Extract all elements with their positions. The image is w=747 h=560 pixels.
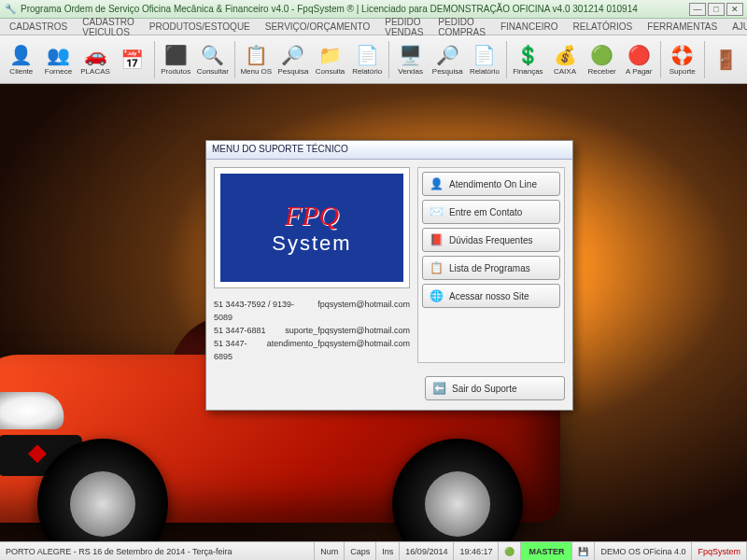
toolbar-suporte[interactable]: 🛟Suporte (665, 38, 700, 81)
toolbar-label: Receber (588, 67, 616, 76)
toolbar-label: CAIXA (554, 67, 576, 76)
support-dialog: MENU DO SUPORTE TÉCNICO FPQ System 51 34… (205, 140, 573, 411)
status-led-icon: 🟢 (499, 542, 521, 560)
support-btn-1[interactable]: ✉️Entre em Contato (422, 200, 560, 224)
menu-item-6[interactable]: FINANCEIRO (495, 20, 564, 34)
support-btn-4[interactable]: 🌐Acessar nosso Site (422, 284, 560, 308)
support-btn-3[interactable]: 📋Lista de Programas (422, 256, 560, 280)
toolbar-icon: 🔎 (280, 43, 306, 67)
toolbar-menu os[interactable]: 📋Menu OS (238, 38, 274, 81)
toolbar-consulta[interactable]: 📁Consulta (313, 38, 348, 81)
toolbar-relatório[interactable]: 📄Relatório (467, 38, 502, 81)
menu-item-9[interactable]: AJUDA (726, 20, 747, 34)
toolbar-icon: 📄 (354, 43, 380, 67)
status-location: PORTO ALEGRE - RS 16 de Setembro de 2014… (0, 542, 315, 560)
toolbar-produtos[interactable]: ⬛Produtos (158, 38, 193, 81)
toolbar-pesquisa[interactable]: 🔎Pesquisa (430, 38, 465, 81)
logo-text-system: System (272, 231, 351, 256)
toolbar-fornece[interactable]: 👥Fornece (41, 38, 77, 81)
toolbar-label: Produtos (161, 67, 190, 76)
menu-bar: CADASTROSCADASTRO VEICULOSPRODUTOS/ESTOQ… (0, 19, 747, 35)
menu-item-1[interactable]: CADASTRO VEICULOS (77, 15, 140, 39)
menu-item-2[interactable]: PRODUTOS/ESTOQUE (144, 20, 256, 34)
toolbar-caixa[interactable]: 💰CAIXA (547, 38, 583, 81)
toolbar-pesquisa[interactable]: 🔎Pesquisa (275, 38, 311, 81)
toolbar-icon: 🟢 (589, 43, 615, 67)
toolbar-icon: 🔴 (626, 43, 652, 67)
exit-support-label: Sair do Suporte (452, 384, 517, 394)
logo-text-fpq: FPQ (285, 200, 339, 231)
toolbar-btn3[interactable]: 📅 (115, 38, 150, 81)
toolbar-consultar[interactable]: 🔍Consultar (195, 38, 231, 81)
status-caps: Caps (345, 542, 376, 560)
status-db: DEMO OS OFicina 4.0 (595, 542, 692, 560)
toolbar-label: PLACAS (80, 67, 110, 76)
toolbar-icon: 📄 (472, 43, 498, 67)
toolbar-vendas[interactable]: 🖥️Vendas (393, 38, 429, 81)
status-user: MASTER (521, 542, 572, 560)
close-button[interactable]: ✕ (726, 3, 743, 16)
toolbar-label: Fornece (45, 67, 72, 76)
toolbar-cliente[interactable]: 👤Cliente (4, 38, 39, 81)
toolbar-icon: 🖥️ (398, 43, 424, 67)
toolbar-finanças[interactable]: 💲Finanças (511, 38, 546, 81)
exit-support-button[interactable]: ⬅️ Sair do Suporte (425, 376, 565, 400)
toolbar-separator (660, 41, 661, 78)
status-ins: Ins (376, 542, 400, 560)
menu-item-5[interactable]: PEDIDO COMPRAS (432, 15, 491, 39)
contact-email: suporte_fpqsystem@hotmail.com (285, 324, 410, 337)
toolbar-placas[interactable]: 🚗PLACAS (78, 38, 113, 81)
toolbar-receber[interactable]: 🟢Receber (585, 38, 620, 81)
status-brand: FpqSystem (692, 542, 747, 560)
support-btn-icon: 📕 (429, 232, 444, 247)
toolbar-icon: ⬛ (162, 43, 189, 67)
window-title: Programa Ordem de Serviço Oficina Mecâni… (21, 4, 638, 14)
menu-item-3[interactable]: SERVIÇO/ORÇAMENTO (260, 20, 375, 34)
menu-item-8[interactable]: FERRAMENTAS (641, 20, 723, 34)
maximize-button[interactable]: □ (708, 3, 725, 16)
support-btn-label: Dúvidas Frequentes (449, 235, 533, 245)
status-date: 16/09/2014 (400, 542, 454, 560)
support-btn-2[interactable]: 📕Dúvidas Frequentes (422, 228, 560, 252)
dialog-title: MENU DO SUPORTE TÉCNICO (206, 141, 572, 160)
contact-phone: 51 3447-6895 (214, 337, 260, 363)
workspace-background: ◆ MENU DO SUPORTE TÉCNICO FPQ System 51 … (0, 84, 747, 541)
support-btn-icon: 👤 (429, 176, 444, 191)
toolbar-separator (704, 41, 705, 78)
toolbar-btn18[interactable]: 🚪 (708, 38, 743, 81)
toolbar-label: Relatório (352, 67, 382, 76)
toolbar-icon: 🚗 (82, 43, 108, 67)
support-btn-label: Entre em Contato (449, 207, 522, 217)
menu-item-4[interactable]: PEDIDO VENDAS (379, 15, 429, 39)
menu-item-7[interactable]: RELATÓRIOS (568, 20, 639, 34)
support-btn-icon: 🌐 (429, 288, 444, 303)
toolbar-label: Consulta (316, 67, 345, 76)
contact-list: 51 3443-7592 / 9139-5089fpqsystem@hotmai… (214, 298, 410, 363)
toolbar-label: Suporte (669, 67, 696, 76)
support-button-panel: 👤Atendimento On Line✉️Entre em Contato📕D… (417, 167, 565, 363)
contact-row: 51 3447-6895atendimento_fpqsystem@hotmai… (214, 337, 410, 363)
toolbar-relatório[interactable]: 📄Relatório (349, 38, 385, 81)
logo-box: FPQ System (214, 167, 410, 288)
contact-row: 51 3447-6881suporte_fpqsystem@hotmail.co… (214, 324, 410, 337)
support-btn-icon: 📋 (429, 260, 444, 275)
contact-phone: 51 3443-7592 / 9139-5089 (214, 298, 310, 324)
minimize-button[interactable]: — (689, 3, 706, 16)
toolbar-icon: 👥 (45, 43, 71, 67)
toolbar-label: Menu OS (240, 67, 272, 76)
menu-item-0[interactable]: CADASTROS (4, 20, 73, 34)
support-btn-0[interactable]: 👤Atendimento On Line (422, 172, 560, 196)
toolbar-icon: 🚪 (712, 48, 739, 72)
toolbar-separator (506, 41, 507, 78)
toolbar-icon: 📋 (243, 43, 269, 67)
toolbar-icon: 📅 (120, 48, 146, 72)
toolbar-separator (234, 41, 235, 78)
contact-email: fpqsystem@hotmail.com (317, 298, 410, 324)
exit-icon: ⬅️ (431, 381, 446, 396)
toolbar-icon: 👤 (8, 43, 35, 67)
status-time: 19:46:17 (454, 542, 499, 560)
status-bar: PORTO ALEGRE - RS 16 de Setembro de 2014… (0, 541, 747, 560)
support-btn-icon: ✉️ (429, 204, 444, 219)
toolbar-a pagar[interactable]: 🔴A Pagar (621, 38, 656, 81)
contact-email: atendimento_fpqsystem@hotmail.com (267, 337, 410, 363)
